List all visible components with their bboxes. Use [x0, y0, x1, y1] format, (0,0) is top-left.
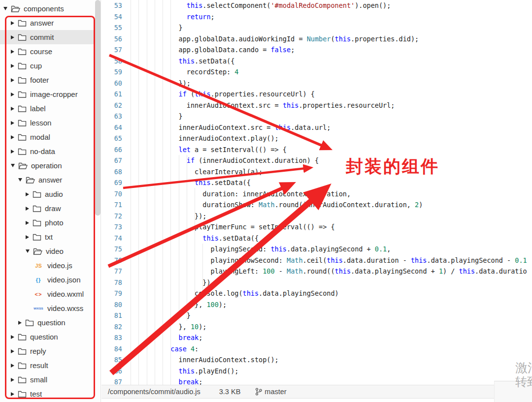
code-line-70[interactable]: 70 duration: innerAudioContext.duration, — [101, 188, 532, 200]
sidebar-item-photo[interactable]: photo — [0, 216, 100, 230]
line-number[interactable]: 78 — [101, 277, 122, 288]
line-number[interactable]: 75 — [101, 244, 122, 255]
code-line-85[interactable]: 85 innerAudioContext.stop(); — [101, 354, 532, 366]
expand-arrow-icon[interactable] — [11, 50, 14, 54]
sidebar-item-components[interactable]: components — [0, 1, 100, 16]
line-number[interactable]: 86 — [101, 366, 122, 377]
code-line-64[interactable]: 64 innerAudioContext.src = this.data.url… — [101, 122, 532, 133]
line-number[interactable]: 62 — [101, 100, 122, 111]
sidebar-item-no-data[interactable]: no-data — [0, 144, 100, 158]
line-number[interactable]: 54 — [101, 11, 122, 23]
code-line-65[interactable]: 65 innerAudioContext.play(); — [101, 133, 532, 144]
sidebar-item-label[interactable]: label — [0, 101, 100, 116]
collapse-arrow-icon[interactable] — [11, 164, 15, 167]
line-number[interactable]: 58 — [101, 56, 122, 67]
sidebar-item-course[interactable]: course — [0, 44, 100, 59]
sidebar-item-video.wxml[interactable]: <>video.wxml — [0, 287, 100, 301]
sidebar-item-question[interactable]: question — [0, 315, 100, 330]
line-number[interactable]: 64 — [101, 122, 122, 133]
expand-arrow-icon[interactable] — [26, 235, 29, 239]
sidebar-item-footer[interactable]: footer — [0, 73, 100, 87]
expand-arrow-icon[interactable] — [26, 192, 29, 196]
line-number[interactable]: 70 — [101, 188, 122, 200]
git-branch-indicator[interactable]: master — [255, 388, 286, 396]
code-line-66[interactable]: 66 let a = setInterval(() => { — [101, 144, 532, 155]
line-number[interactable]: 85 — [101, 354, 122, 366]
code-line-60[interactable]: 60 }); — [101, 78, 532, 89]
line-number[interactable]: 61 — [101, 89, 122, 100]
line-number[interactable]: 66 — [101, 144, 122, 155]
collapse-arrow-icon[interactable] — [26, 249, 30, 253]
expand-arrow-icon[interactable] — [11, 364, 14, 368]
code-line-69[interactable]: 69 this.setData({ — [101, 177, 532, 188]
expand-arrow-icon[interactable] — [11, 78, 14, 82]
sidebar-item-txt[interactable]: txt — [0, 230, 100, 244]
line-number[interactable]: 83 — [101, 332, 122, 343]
code-line-75[interactable]: 75 playingSecond: this.data.playingSecon… — [101, 244, 532, 255]
code-line-74[interactable]: 74 this.setData({ — [101, 233, 532, 244]
code-line-67[interactable]: 67 if (innerAudioContext.duration) { — [101, 155, 532, 166]
sidebar-item-operation[interactable]: operation — [0, 158, 100, 173]
code-line-62[interactable]: 62 innerAudioContext.src = this.properti… — [101, 100, 532, 111]
expand-arrow-icon[interactable] — [11, 93, 14, 96]
line-number[interactable]: 81 — [101, 310, 122, 321]
code-line-61[interactable]: 61 if (this.properties.resourceUrl) { — [101, 89, 532, 100]
line-number[interactable]: 53 — [101, 0, 122, 11]
sidebar-item-cup[interactable]: cup — [0, 59, 100, 73]
expand-arrow-icon[interactable] — [11, 21, 14, 25]
code-line-82[interactable]: 82 }, 10); — [101, 321, 532, 333]
expand-arrow-icon[interactable] — [11, 121, 14, 125]
sidebar-item-video[interactable]: video — [0, 244, 100, 258]
code-line-54[interactable]: 54 return; — [101, 11, 532, 23]
sidebar-item-video.json[interactable]: {}video.json — [0, 273, 100, 287]
line-number[interactable]: 63 — [101, 111, 122, 122]
line-number[interactable]: 76 — [101, 255, 122, 266]
code-line-73[interactable]: 73 playTimerFunc = setInterval(() => { — [101, 221, 532, 233]
line-number[interactable]: 69 — [101, 177, 122, 188]
line-number[interactable]: 84 — [101, 343, 122, 355]
line-number[interactable]: 71 — [101, 199, 122, 211]
line-number[interactable]: 77 — [101, 266, 122, 277]
code-line-71[interactable]: 71 durationShow: Math.round(innerAudioCo… — [101, 199, 532, 211]
code-line-53[interactable]: 53 this.selectComponent('#modalRedoCompo… — [101, 0, 532, 11]
code-line-78[interactable]: 78 }) — [101, 277, 532, 288]
sidebar-item-answer[interactable]: answer — [0, 16, 100, 30]
code-line-58[interactable]: 58 this.setData({ — [101, 56, 532, 67]
sidebar-item-reply[interactable]: reply — [0, 344, 100, 358]
line-number[interactable]: 79 — [101, 288, 122, 299]
line-number[interactable]: 59 — [101, 66, 122, 78]
code-line-59[interactable]: 59 recordStep: 4 — [101, 66, 532, 78]
expand-arrow-icon[interactable] — [11, 64, 14, 68]
expand-arrow-icon[interactable] — [11, 335, 14, 339]
line-number[interactable]: 68 — [101, 166, 122, 178]
line-number[interactable]: 87 — [101, 376, 122, 385]
collapse-arrow-icon[interactable] — [18, 178, 22, 182]
expand-arrow-icon[interactable] — [26, 221, 29, 225]
code-line-81[interactable]: 81 } — [101, 310, 532, 321]
code-line-79[interactable]: 79 console.log(this.data.playingSecond) — [101, 288, 532, 299]
code-line-76[interactable]: 76 playingShowSecond: Math.ceil(this.dat… — [101, 255, 532, 266]
code-line-68[interactable]: 68 clearInterval(a); — [101, 166, 532, 178]
code-line-87[interactable]: 87 break; — [101, 376, 532, 385]
sidebar-item-video.wxss[interactable]: wxssvideo.wxss — [0, 301, 100, 315]
line-number[interactable]: 67 — [101, 155, 122, 166]
code-editor[interactable]: 53 this.selectComponent('#modalRedoCompo… — [101, 0, 532, 385]
line-number[interactable]: 80 — [101, 299, 122, 310]
line-number[interactable]: 57 — [101, 44, 122, 56]
expand-arrow-icon[interactable] — [26, 207, 29, 211]
code-line-84[interactable]: 84 case 4: — [101, 343, 532, 355]
sidebar-item-question[interactable]: question — [0, 330, 100, 344]
sidebar-item-audio[interactable]: audio — [0, 187, 100, 201]
expand-arrow-icon[interactable] — [11, 150, 14, 154]
expand-arrow-icon[interactable] — [11, 392, 14, 396]
line-number[interactable]: 73 — [101, 221, 122, 233]
code-line-86[interactable]: 86 this.playEnd(); — [101, 366, 532, 377]
expand-arrow-icon[interactable] — [11, 378, 14, 382]
expand-arrow-icon[interactable] — [11, 349, 14, 353]
code-line-55[interactable]: 55 } — [101, 22, 532, 33]
sidebar-item-draw[interactable]: draw — [0, 201, 100, 216]
code-line-56[interactable]: 56 app.globalData.audioWorkingId = Numbe… — [101, 33, 532, 45]
line-number[interactable]: 55 — [101, 22, 122, 33]
code-line-57[interactable]: 57 app.globalData.cando = false; — [101, 44, 532, 56]
line-number[interactable]: 72 — [101, 211, 122, 222]
